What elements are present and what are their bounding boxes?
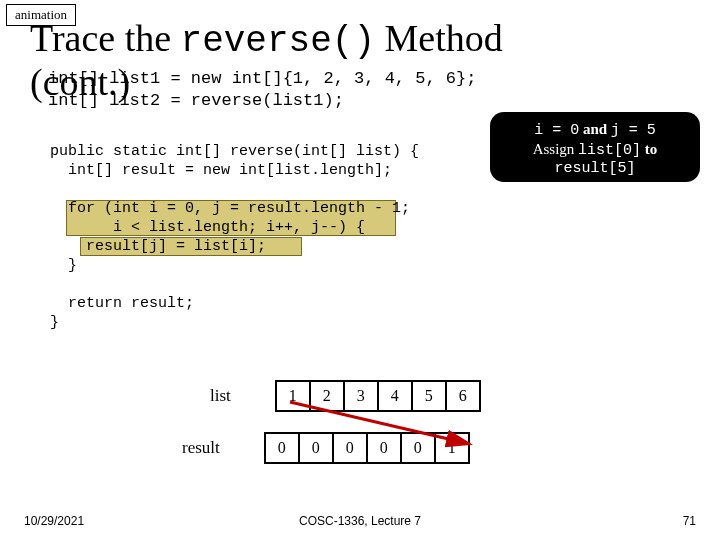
footer-page-number: 71 <box>683 514 696 528</box>
callout-i: i = 0 <box>534 122 579 139</box>
list-row: list 1 2 3 4 5 6 <box>190 380 481 412</box>
list-table: 1 2 3 4 5 6 <box>275 380 481 412</box>
callout-line2: Assign list[0] to <box>496 140 694 160</box>
list-label: list <box>210 386 231 406</box>
code-method: public static int[] reverse(int[] list) … <box>50 142 419 332</box>
result-row: result 0 0 0 0 0 1 <box>182 432 470 464</box>
title-mono: reverse() <box>181 21 375 62</box>
callout-line3: result[5] <box>496 160 694 178</box>
code-setup: int[] list1 = new int[]{1, 2, 3, 4, 5, 6… <box>48 68 476 112</box>
title-post: Method <box>375 17 503 59</box>
callout-j: j = 5 <box>611 122 656 139</box>
footer-lecture: COSC-1336, Lecture 7 <box>0 514 720 528</box>
list-cell: 4 <box>378 381 412 411</box>
callout-and: and <box>579 121 611 137</box>
animation-badge: animation <box>6 4 76 26</box>
callout-line1: i = 0 and j = 5 <box>496 120 694 140</box>
result-cell: 0 <box>333 433 367 463</box>
result-cell: 0 <box>299 433 333 463</box>
result-cell: 0 <box>265 433 299 463</box>
result-label: result <box>182 438 220 458</box>
list-cell: 5 <box>412 381 446 411</box>
trace-callout: i = 0 and j = 5 Assign list[0] to result… <box>490 112 700 182</box>
result-cell: 0 <box>367 433 401 463</box>
list-cell: 2 <box>310 381 344 411</box>
slide-title: Trace the reverse() Method <box>30 16 503 62</box>
callout-assign: Assign <box>533 141 578 157</box>
result-table: 0 0 0 0 0 1 <box>264 432 470 464</box>
result-cell: 0 <box>401 433 435 463</box>
list-cell: 3 <box>344 381 378 411</box>
slide: animation Trace the reverse() Method (co… <box>0 0 720 540</box>
result-cell: 1 <box>435 433 469 463</box>
list-cell: 6 <box>446 381 480 411</box>
callout-src: list[0] <box>578 142 641 159</box>
callout-to: to <box>641 141 657 157</box>
list-cell: 1 <box>276 381 310 411</box>
